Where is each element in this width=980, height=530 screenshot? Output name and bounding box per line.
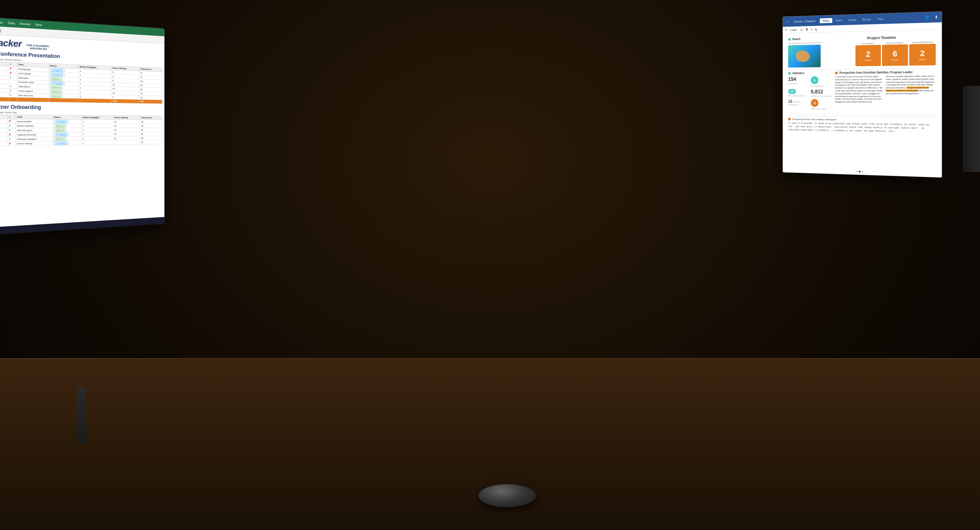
- col-date: Date Updated: [0, 61, 8, 66]
- tab-home[interactable]: Home: [820, 18, 832, 23]
- underline-button[interactable]: U: [0, 29, 1, 32]
- col2-hours: Hours Weekly: [113, 115, 140, 119]
- perspective-col2: this was a valuable experience. When I c…: [886, 75, 935, 104]
- planning-unit: Months: [865, 59, 872, 61]
- font-name[interactable]: Calibri: [791, 29, 797, 31]
- left-monitor-excel: Draw Formulas Data Review View ↶ Calibri…: [0, 16, 164, 236]
- months-value: 12: [788, 99, 792, 104]
- reach-section: Reach SOUTHERN FRANCE, NORTHERN SPAIN: [788, 37, 826, 68]
- tab-view[interactable]: View: [875, 16, 886, 21]
- italic-icon[interactable]: I: [811, 28, 812, 31]
- back-arrow-icon[interactable]: ←: [786, 19, 790, 24]
- document-title: Fourth...I Summit: [794, 19, 816, 23]
- excel-tab-view[interactable]: View: [35, 22, 42, 27]
- reach-header: Reach: [788, 37, 826, 41]
- hours-value: 5,812: [811, 89, 832, 95]
- statistics-header: Statistics: [788, 71, 832, 75]
- participant-header: Perspective from Yoko Tanaka, Participan…: [788, 118, 935, 122]
- tab-review[interactable]: Review: [860, 17, 874, 22]
- implementation-box: 2 Months: [909, 44, 936, 65]
- section2-coordinator: Coordinators: Karen Farrugio, Renee Till…: [0, 111, 162, 115]
- nationalities-bubble: 11: [811, 76, 818, 84]
- participant-label: Perspective from Yoko Tanaka, Participan…: [792, 118, 837, 121]
- col2-date: Date Updated: [0, 115, 7, 119]
- col2-status: Status: [52, 115, 81, 119]
- speaker-right: [963, 86, 980, 172]
- stats-grid: 154 STUDENTS 11 NATIONALITIES 6X PROGRAM…: [788, 76, 832, 110]
- stat-months: 12 MONTHS OPERATING: [788, 99, 809, 110]
- planning-value: 2: [858, 49, 879, 59]
- spreadsheet-title: ce Tracker: [0, 36, 22, 49]
- excel-tab-data[interactable]: Data: [8, 21, 15, 25]
- development-box: 6 Months: [882, 45, 908, 66]
- reach-label: Reach: [792, 38, 800, 41]
- tab-insert[interactable]: Insert: [833, 18, 845, 22]
- reach-dot: [788, 38, 791, 41]
- perspective-leader-header: Perspective from Dorothée Saintilan, Pro…: [835, 70, 936, 74]
- planning-box: 2 Months: [856, 45, 881, 67]
- growth-label: PROGRAM GROWTH: [788, 95, 806, 97]
- divider1: [788, 68, 935, 70]
- stat-mentors: 4 MENTORS HIRED: [811, 99, 832, 110]
- section1-table: Date Updated ✓ Task Status Weeks Engaged…: [0, 61, 162, 104]
- excel-tab-formulas[interactable]: Formulas: [0, 20, 3, 24]
- implementation-unit: Months: [919, 59, 926, 61]
- bold-icon[interactable]: B: [806, 28, 808, 31]
- perspective-leader-section: Perspective from Dorothée Saintilan, Pro…: [835, 70, 936, 111]
- participant-text: IT WAS A PLEASURE TO WORK WITH DOROTHÉE …: [788, 121, 935, 134]
- section2-table: Date Updated ✓ Task Status Weeks Engaged…: [0, 115, 162, 146]
- scroll-dot-3: [862, 171, 864, 172]
- reach-region: SOUTHERN FRANCE, NORTHERN SPAIN: [788, 42, 826, 45]
- share-icon[interactable]: ⬆: [934, 14, 938, 20]
- highlighted-text: The grant allowed me to expand my studio…: [886, 86, 929, 91]
- col2-total: Total Hours: [140, 116, 162, 120]
- stats-perspective-row: Statistics 154 STUDENTS 11 NATIONALITIES: [788, 70, 935, 113]
- undo-icon[interactable]: ↶: [785, 29, 787, 32]
- stats-dot: [788, 72, 791, 75]
- user-icon[interactable]: 👤: [925, 15, 930, 20]
- project-timeline-section: Project Timeline PLANNING DEVELOPMENT IM…: [829, 34, 935, 67]
- right-document-word: ← Fourth...I Summit Home Insert Layout R…: [783, 12, 942, 178]
- implementation-value: 2: [912, 48, 933, 58]
- excel-tab-review[interactable]: Review: [20, 22, 30, 26]
- perspective-leader-title: Perspective from Dorothée Saintilan, Pro…: [839, 70, 912, 74]
- divider2: [788, 114, 935, 115]
- map-image: [788, 45, 821, 68]
- mentors-label: MENTORS HIRED: [811, 108, 826, 110]
- col2-weeks: Weeks Engaged: [81, 115, 113, 119]
- stat-nationalities: 11 NATIONALITIES: [811, 76, 832, 88]
- growth-bubble: 6X: [788, 89, 796, 94]
- participant-dot: [788, 118, 791, 121]
- scroll-dot-2: [859, 171, 861, 172]
- table-row: May 31✓Partner selection Delivered 21238: [0, 124, 162, 128]
- bowl-decoration: [479, 484, 536, 507]
- students-value: 154: [788, 76, 809, 82]
- underline-icon[interactable]: U: [815, 27, 817, 31]
- col2-task: Task: [16, 115, 52, 119]
- participant-section: Perspective from Yoko Tanaka, Participan…: [788, 116, 935, 134]
- perspective-col1: "I come from a town in the south of Fran…: [835, 75, 883, 103]
- word-ribbon-tabs: Home Insert Layout Review View: [820, 16, 887, 23]
- font-size[interactable]: 12: [800, 28, 802, 31]
- stat-instruction-hours: 5,812 INSTRUCTION HOURS: [811, 89, 832, 97]
- scroll-dot-1: [856, 171, 858, 172]
- development-unit: Months: [891, 59, 898, 61]
- stat-students: 154 STUDENTS: [788, 76, 809, 87]
- tab-layout[interactable]: Layout: [845, 17, 859, 22]
- statistics-label: Statistics: [792, 72, 805, 75]
- document-content: Reach SOUTHERN FRANCE, NORTHERN SPAIN Pr…: [783, 30, 942, 178]
- timeline-header: Project Timeline: [829, 34, 935, 41]
- col-check: ✓: [8, 62, 17, 67]
- planning-label: PLANNING: [856, 42, 881, 45]
- students-label: STUDENTS: [788, 83, 798, 84]
- perspective-leader-cols: "I come from a town in the south of Fran…: [835, 75, 936, 104]
- nationalities-label: NATIONALITIES: [811, 85, 825, 87]
- col2-check: ✓: [7, 115, 16, 119]
- scroll-indicator: [856, 171, 864, 173]
- mentors-bubble: 4: [811, 99, 818, 107]
- development-value: 6: [885, 49, 905, 59]
- hours-label: INSTRUCTION HOURS: [811, 95, 831, 97]
- monitor-stand: [77, 387, 86, 444]
- perspective-dot: [835, 71, 838, 74]
- table-row: May 31✗Documentation In Progress 42580: [0, 119, 162, 124]
